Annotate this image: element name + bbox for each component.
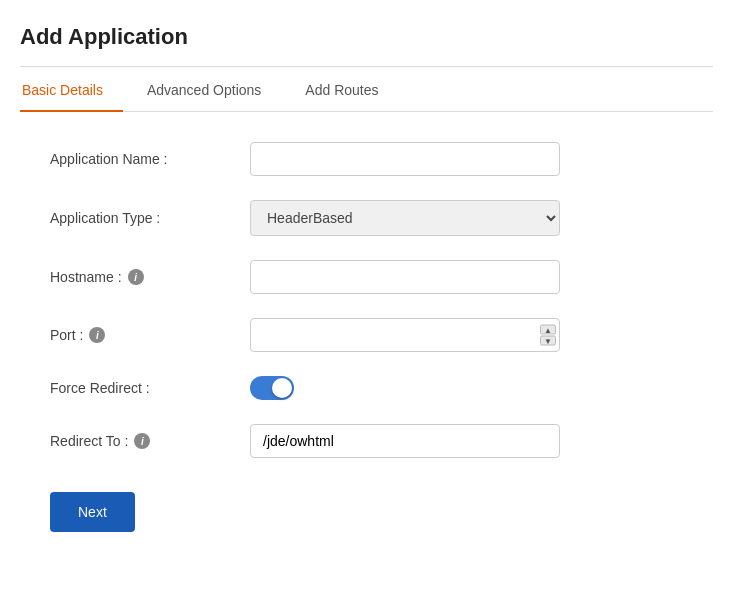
tabs-container: Basic Details Advanced Options Add Route…: [20, 67, 713, 112]
hostname-info-icon[interactable]: i: [128, 269, 144, 285]
redirect-to-label: Redirect To : i: [50, 433, 250, 449]
next-button[interactable]: Next: [50, 492, 135, 532]
page-container: Add Application Basic Details Advanced O…: [0, 0, 733, 552]
port-spinners: ▲ ▼: [540, 325, 556, 346]
application-type-select[interactable]: HeaderBased PathBased HostBased: [250, 200, 560, 236]
hostname-label: Hostname : i: [50, 269, 250, 285]
application-name-input[interactable]: [250, 142, 560, 176]
port-input[interactable]: [250, 318, 560, 352]
application-type-row: Application Type : HeaderBased PathBased…: [50, 200, 683, 236]
page-title: Add Application: [20, 24, 713, 50]
port-increment-button[interactable]: ▲: [540, 325, 556, 335]
tab-basic-details[interactable]: Basic Details: [20, 68, 123, 112]
hostname-input[interactable]: [250, 260, 560, 294]
port-control: ▲ ▼: [250, 318, 560, 352]
redirect-to-control: [250, 424, 560, 458]
port-label: Port : i: [50, 327, 250, 343]
redirect-to-row: Redirect To : i: [50, 424, 683, 458]
hostname-row: Hostname : i: [50, 260, 683, 294]
redirect-to-info-icon[interactable]: i: [134, 433, 150, 449]
redirect-to-input[interactable]: [250, 424, 560, 458]
port-row: Port : i ▲ ▼: [50, 318, 683, 352]
application-name-row: Application Name :: [50, 142, 683, 176]
application-name-control: [250, 142, 560, 176]
hostname-control: [250, 260, 560, 294]
tab-add-routes[interactable]: Add Routes: [305, 68, 398, 112]
port-info-icon[interactable]: i: [89, 327, 105, 343]
form-section: Application Name : Application Type : He…: [20, 142, 713, 458]
port-input-wrapper: ▲ ▼: [250, 318, 560, 352]
toggle-wrapper: [250, 376, 560, 400]
force-redirect-row: Force Redirect :: [50, 376, 683, 400]
port-decrement-button[interactable]: ▼: [540, 336, 556, 346]
tab-advanced-options[interactable]: Advanced Options: [147, 68, 281, 112]
force-redirect-control: [250, 376, 560, 400]
force-redirect-label: Force Redirect :: [50, 380, 250, 396]
force-redirect-toggle[interactable]: [250, 376, 294, 400]
application-type-control: HeaderBased PathBased HostBased: [250, 200, 560, 236]
bottom-section: Next: [20, 482, 713, 532]
application-type-label: Application Type :: [50, 210, 250, 226]
toggle-thumb: [272, 378, 292, 398]
application-name-label: Application Name :: [50, 151, 250, 167]
